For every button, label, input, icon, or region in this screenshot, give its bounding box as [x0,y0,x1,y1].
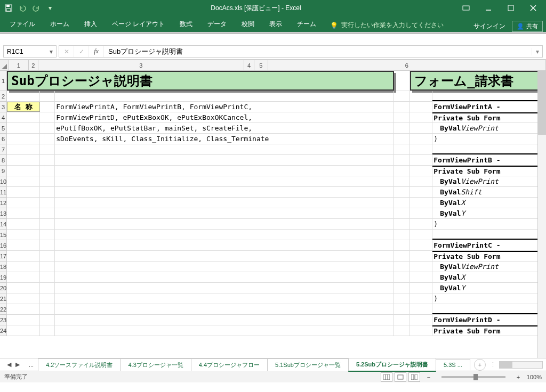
cell[interactable] [55,155,394,165]
cell[interactable] [7,166,40,176]
cell[interactable]: FormViewPrintD, ePutExBoxOK, ePutExBoxOK… [55,112,394,123]
cell[interactable] [7,240,40,250]
cell[interactable] [40,187,55,197]
cell[interactable] [40,293,55,304]
cell[interactable] [410,325,432,336]
tab-review[interactable]: 校閲 [235,17,261,32]
col-header[interactable]: 1 [9,60,29,70]
cell[interactable] [7,144,40,154]
undo-button[interactable] [16,2,29,14]
cell[interactable] [40,304,55,314]
zoom-out-button[interactable]: − [424,374,433,380]
view-page-layout-button[interactable] [395,372,406,382]
cell[interactable] [432,91,546,101]
tab-nav-first-icon[interactable]: ◀ [5,361,13,368]
cell[interactable] [410,240,432,250]
cell[interactable] [7,208,40,218]
tab-home[interactable]: ホーム [44,17,76,32]
ribbon-display-button[interactable] [455,0,477,16]
cell[interactable] [55,91,394,101]
cell[interactable] [394,71,410,91]
cell[interactable] [40,230,55,240]
cell[interactable] [394,230,410,240]
row-header[interactable]: 22 [0,304,7,315]
cell[interactable] [410,272,432,282]
cell[interactable]: ByVal ViewPrint [432,262,546,272]
cell[interactable] [410,102,432,112]
cell[interactable] [394,144,410,154]
cell[interactable] [394,187,410,197]
row-header[interactable]: 2 [0,91,7,102]
cell-title-main[interactable]: Subプロシージャ説明書 [7,71,394,91]
cell[interactable]: ) [432,293,546,304]
horizontal-scrollbar[interactable] [499,361,543,369]
cell[interactable] [40,262,55,272]
cell[interactable] [55,251,394,261]
row-header[interactable]: 21 [0,293,7,304]
cell[interactable] [410,283,432,293]
add-sheet-button[interactable]: + [474,359,486,371]
cell[interactable] [410,144,432,154]
tab-resize-handle-icon[interactable]: ⋮ [490,361,496,368]
row-header[interactable]: 6 [0,134,7,144]
view-normal-button[interactable] [381,372,392,382]
cell[interactable] [55,144,394,154]
cell-label-name[interactable]: 名 称 [7,102,40,112]
row-header[interactable]: 24 [0,325,7,336]
cell[interactable] [410,155,432,165]
cell[interactable] [7,293,40,304]
cell[interactable] [394,91,410,101]
tab-nav-prev-icon[interactable]: ▶ [14,361,21,368]
share-button[interactable]: 👤 共有 [512,21,543,32]
cell[interactable] [40,283,55,293]
cell[interactable] [40,155,55,165]
cell[interactable]: sDoEvents, sKill, Class_Initialize, Clas… [55,134,394,144]
row-header[interactable]: 15 [0,230,7,240]
cell[interactable] [55,325,394,336]
cell[interactable] [55,283,394,293]
cell[interactable] [40,102,55,112]
cell[interactable] [40,219,55,229]
col-header[interactable]: 5 [254,60,268,70]
chevron-down-icon[interactable]: ▾ [50,48,53,55]
row-header[interactable]: 11 [0,187,7,198]
cell[interactable] [7,155,40,165]
cell[interactable]: ByVal Y [432,283,546,293]
minimize-button[interactable] [478,0,499,16]
qat-customize-icon[interactable]: ▾ [44,2,57,14]
cell[interactable] [410,134,432,144]
insert-function-button[interactable]: fx [89,46,104,57]
name-box[interactable]: R1C1 ▾ [3,45,57,58]
zoom-slider[interactable] [441,376,505,378]
cell[interactable] [7,123,40,133]
scrollbar-thumb[interactable] [538,71,546,135]
cell[interactable] [410,166,432,176]
cell[interactable] [7,176,40,186]
cell[interactable] [7,304,40,314]
scrollbar-thumb[interactable] [500,362,512,368]
cell[interactable] [55,230,394,240]
col-header[interactable]: 2 [29,60,38,70]
cell[interactable] [394,315,410,325]
cell[interactable] [40,251,55,261]
cell[interactable] [7,262,40,272]
row-header[interactable]: 3 [0,102,7,112]
cell[interactable] [7,91,40,101]
sheet-tab[interactable]: 5.3S ... [436,359,470,370]
col-header[interactable]: 3 [38,60,245,70]
cell[interactable] [432,230,546,240]
cell[interactable] [410,315,432,325]
expand-formula-bar-button[interactable]: ▾ [532,48,542,55]
cell[interactable] [410,304,432,314]
cell[interactable] [55,176,394,186]
cell[interactable] [394,251,410,261]
cell[interactable] [7,251,40,261]
cancel-formula-button[interactable]: ✕ [59,46,74,57]
cell[interactable] [7,187,40,197]
row-header[interactable]: 17 [0,251,7,262]
cell[interactable] [410,208,432,218]
row-header[interactable]: 4 [0,112,7,123]
cell[interactable] [394,198,410,208]
cell[interactable] [40,325,55,336]
col-header[interactable]: 4 [244,60,254,70]
